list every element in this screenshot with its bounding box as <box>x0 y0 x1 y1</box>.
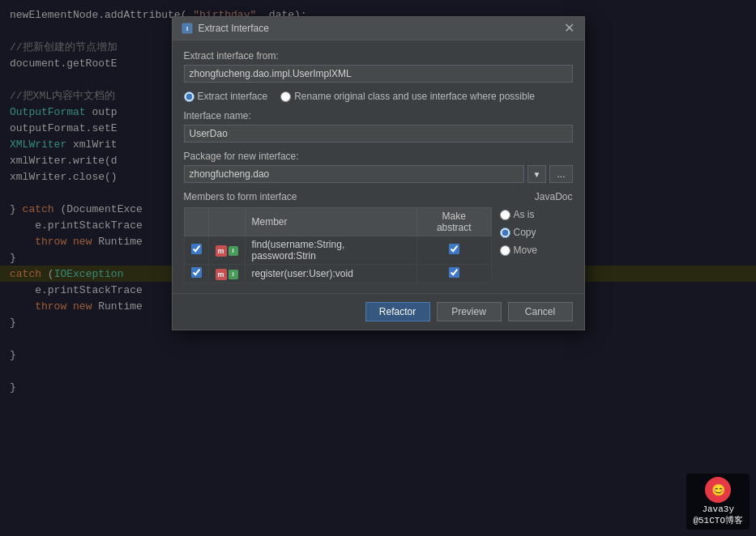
radio-rename-label[interactable]: Rename original class and use interface … <box>280 91 535 102</box>
dialog-titlebar: I Extract Interface ✕ <box>173 17 584 40</box>
extract-interface-dialog: I Extract Interface ✕ Extract interface … <box>172 16 585 330</box>
package-browse-button[interactable]: ... <box>549 165 572 183</box>
row2-abstract-checkbox[interactable] <box>449 267 459 278</box>
code-editor: newElementNode.addAttribute( "birthday" … <box>0 0 756 536</box>
m-icon: m <box>216 245 227 257</box>
row2-checkbox-cell <box>184 265 208 283</box>
interface-name-input[interactable] <box>184 125 573 143</box>
row2-method-icon: m i <box>216 269 238 280</box>
javadoc-move-label[interactable]: Move <box>500 245 573 256</box>
package-input[interactable] <box>184 165 524 183</box>
javadoc-copy-label[interactable]: Copy <box>500 227 573 238</box>
radio-extract[interactable] <box>184 91 194 102</box>
dialog-footer: Refactor Preview Cancel <box>173 293 584 330</box>
radio-extract-text: Extract interface <box>198 91 268 102</box>
package-label: Package for new interface: <box>184 151 573 162</box>
members-table: Member Make abstract <box>184 207 492 283</box>
package-dropdown-button[interactable]: ▼ <box>527 165 547 183</box>
dialog-icon: I <box>181 22 194 35</box>
javadoc-move-radio[interactable] <box>500 245 510 256</box>
dialog-body: Extract interface from: Extract interfac… <box>173 40 584 293</box>
radio-extract-label[interactable]: Extract interface <box>184 91 268 102</box>
dialog-overlay: I Extract Interface ✕ Extract interface … <box>0 0 756 536</box>
refactor-button[interactable]: Refactor <box>365 302 430 321</box>
watermark: 😊 Java3y @51CTO博客 <box>686 474 750 530</box>
interface-name-label: Interface name: <box>184 110 573 121</box>
package-row: ▼ ... <box>184 165 573 183</box>
radio-rename[interactable] <box>280 91 291 102</box>
row2-checkbox[interactable] <box>191 267 202 278</box>
members-label: Members to form interface <box>184 191 297 202</box>
javadoc-options: As is Copy Move <box>492 207 573 283</box>
javadoc-asis-radio[interactable] <box>500 210 510 220</box>
col-member: Member <box>245 208 416 236</box>
members-header: Members to form interface JavaDoc <box>184 191 573 202</box>
row2-icon-cell: m i <box>208 265 245 283</box>
table-container: Member Make abstract <box>184 207 573 283</box>
row2-method: register(user:User):void <box>245 265 416 283</box>
javadoc-asis-text: As is <box>514 209 535 220</box>
row1-method-icon: m i <box>216 245 238 257</box>
row1-method: find(username:String, password:Strin <box>245 236 416 265</box>
impl-icon: i <box>229 246 238 256</box>
extract-from-input[interactable] <box>184 65 573 83</box>
javadoc-copy-text: Copy <box>514 227 536 238</box>
table-left: Member Make abstract <box>184 207 492 283</box>
row1-checkbox[interactable] <box>191 244 202 254</box>
impl-icon-2: i <box>229 270 238 279</box>
radio-rename-text: Rename original class and use interface … <box>294 91 535 102</box>
table-row: m i register(user:User):void <box>184 265 491 283</box>
javadoc-header-label: JavaDoc <box>535 191 573 202</box>
row2-abstract-cell <box>416 265 491 283</box>
extract-from-label: Extract interface from: <box>184 50 573 62</box>
dialog-title-text: Extract Interface <box>199 23 269 34</box>
row1-icon-cell: m i <box>208 236 245 265</box>
col-icon <box>208 208 245 236</box>
dialog-title-left: I Extract Interface <box>181 22 269 35</box>
radio-group: Extract interface Rename original class … <box>184 91 573 102</box>
row1-abstract-cell <box>416 236 491 265</box>
svg-text:I: I <box>186 25 187 32</box>
watermark-line2: @51CTO博客 <box>693 514 743 526</box>
row1-abstract-checkbox[interactable] <box>449 244 459 254</box>
javadoc-asis-label[interactable]: As is <box>500 209 573 220</box>
col-checkbox <box>184 208 208 236</box>
javadoc-copy-radio[interactable] <box>500 228 510 238</box>
col-make-abstract: Make abstract <box>416 208 491 236</box>
preview-button[interactable]: Preview <box>437 302 502 321</box>
table-row: m i find(username:String, password:Strin <box>184 236 491 265</box>
close-button[interactable]: ✕ <box>562 22 576 35</box>
m-icon-2: m <box>216 269 227 280</box>
watermark-line1: Java3y <box>702 504 734 514</box>
javadoc-move-text: Move <box>514 245 537 256</box>
cancel-button[interactable]: Cancel <box>508 302 573 321</box>
row1-checkbox-cell <box>184 236 208 265</box>
watermark-avatar: 😊 <box>705 477 731 503</box>
